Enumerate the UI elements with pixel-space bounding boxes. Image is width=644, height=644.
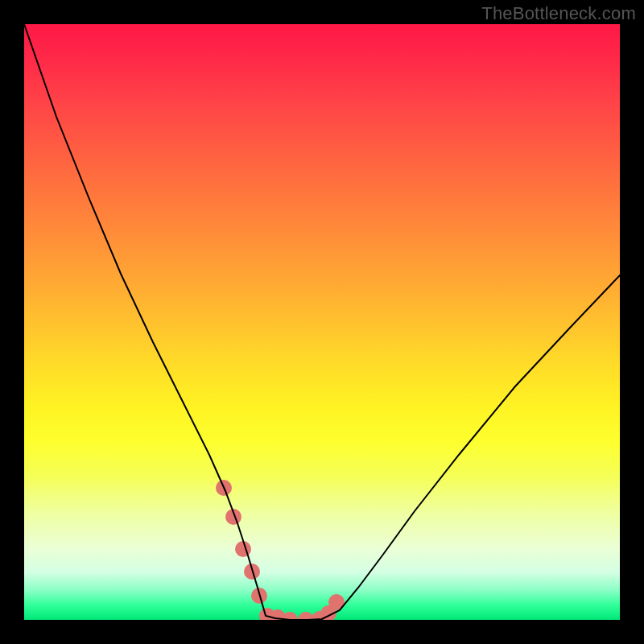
highlight-dot: [235, 541, 251, 557]
highlight-dot: [298, 612, 314, 620]
bottleneck-curve: [24, 24, 620, 620]
highlight-markers: [216, 480, 345, 620]
attribution-text: TheBottleneck.com: [481, 3, 636, 24]
chart-frame: [24, 24, 620, 620]
chart-svg: [24, 24, 620, 620]
